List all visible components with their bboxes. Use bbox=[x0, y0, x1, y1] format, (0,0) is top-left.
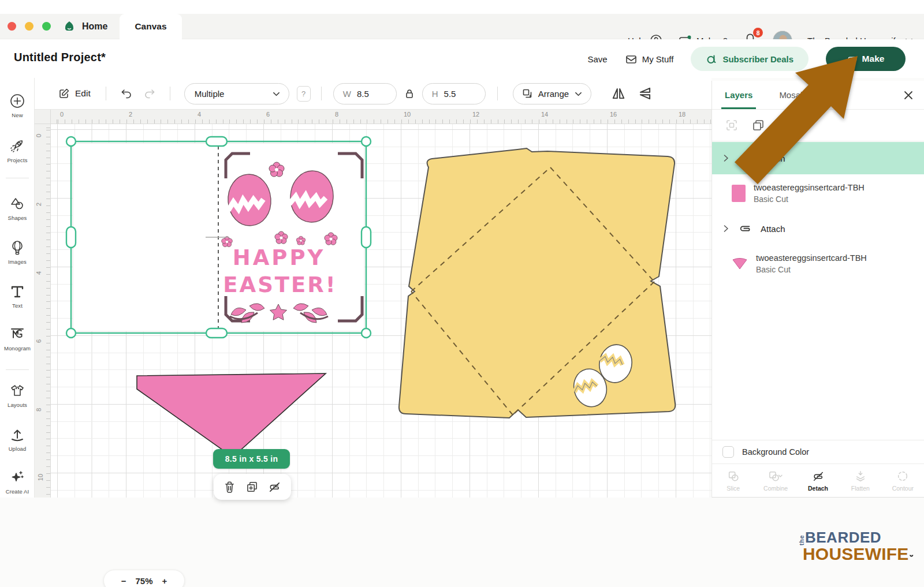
layer-item[interactable]: twoeastereggsinsertcard-TBH Basic Cut bbox=[712, 174, 924, 212]
save-label: Save bbox=[587, 54, 607, 64]
arrange-dropdown[interactable]: Arrange bbox=[513, 83, 591, 104]
duplicate-icon[interactable] bbox=[245, 480, 259, 493]
duplicate-icon[interactable] bbox=[751, 118, 765, 132]
home-tab-label: Home bbox=[82, 21, 107, 32]
sidebar-item-monogram[interactable]: Monogram bbox=[0, 326, 35, 352]
undo-icon[interactable] bbox=[119, 87, 134, 100]
redo-icon[interactable] bbox=[142, 87, 157, 100]
zoom-level: 75% bbox=[135, 576, 152, 586]
layer-item[interactable]: twoeastereggsinsertcard-TBH Basic Cut bbox=[712, 245, 924, 283]
layer-group-label: Attach bbox=[761, 154, 785, 163]
envelope-shape[interactable] bbox=[399, 148, 675, 418]
app-tab-bar: Home Canvas Help Maker 3 bbox=[0, 14, 924, 39]
contour-button[interactable]: Contour bbox=[882, 464, 924, 498]
close-panel-button[interactable] bbox=[901, 88, 916, 103]
background-color-checkbox[interactable] bbox=[722, 446, 734, 458]
detach-icon[interactable] bbox=[267, 480, 282, 493]
slice-button[interactable]: Slice bbox=[712, 464, 754, 498]
flatten-icon bbox=[854, 470, 867, 483]
flip-vertical-icon[interactable] bbox=[638, 86, 653, 101]
attach-paperclip-icon bbox=[739, 223, 752, 234]
width-field-label: W bbox=[343, 89, 351, 99]
pink-flap-shape[interactable] bbox=[137, 373, 326, 457]
design-canvas[interactable]: 0 2 4 6 8 10 12 14 16 18 0 2 4 6 8 10 bbox=[35, 110, 711, 498]
edit-button[interactable]: Edit bbox=[58, 87, 91, 100]
sidebar-item-shapes[interactable]: Shapes bbox=[0, 195, 35, 221]
selection-handle-s[interactable] bbox=[206, 328, 227, 338]
width-field-value: 8.5 bbox=[357, 89, 369, 99]
selection-type-value: Multiple bbox=[195, 89, 225, 99]
flip-horizontal-icon[interactable] bbox=[611, 86, 626, 101]
minimize-window-button[interactable] bbox=[25, 22, 33, 31]
chevron-down-icon bbox=[574, 89, 583, 98]
ruler-corner bbox=[35, 110, 51, 124]
chevron-right-icon[interactable] bbox=[721, 224, 731, 233]
chevron-right-icon[interactable] bbox=[721, 154, 731, 163]
ruler-label: 8 bbox=[35, 408, 42, 412]
shapes-icon bbox=[9, 195, 26, 212]
selection-handle-n[interactable] bbox=[206, 137, 227, 146]
combine-button[interactable]: Combine bbox=[754, 464, 796, 498]
selection-handle-se[interactable] bbox=[362, 328, 371, 338]
sidebar-item-text[interactable]: Text bbox=[0, 283, 35, 309]
ruler-label: 10 bbox=[404, 111, 411, 118]
selection-handle-sw[interactable] bbox=[66, 328, 76, 338]
selection-handle-e[interactable] bbox=[362, 227, 371, 248]
sidebar-item-upload[interactable]: Upload bbox=[0, 426, 35, 452]
ruler-label: 10 bbox=[37, 474, 44, 481]
sidebar-item-layouts[interactable]: Layouts bbox=[0, 382, 35, 408]
hint-badge-label: ? bbox=[301, 89, 305, 98]
make-button[interactable]: Make bbox=[826, 47, 906, 71]
layer-name: twoeastereggsinsertcard-TBH bbox=[754, 183, 865, 192]
sidebar-item-create-ai[interactable]: Create AI bbox=[0, 469, 35, 495]
layer-group-attach-1[interactable]: Attach bbox=[712, 142, 924, 174]
project-header: Untitled Project* Save My Stuff Subscrib… bbox=[0, 39, 924, 78]
close-window-button[interactable] bbox=[8, 22, 16, 31]
tab-canvas[interactable]: Canvas bbox=[120, 14, 182, 39]
tab-home[interactable]: Home bbox=[62, 14, 107, 39]
select-all-icon[interactable] bbox=[725, 118, 739, 132]
selection-handle-nw[interactable] bbox=[66, 137, 76, 146]
trash-icon[interactable] bbox=[778, 118, 792, 132]
layers-panel-tabs: Layers Mosaic bbox=[712, 81, 924, 110]
ruler-label: 6 bbox=[35, 339, 42, 343]
detach-button[interactable]: Detach bbox=[797, 464, 839, 498]
window-controls bbox=[8, 22, 51, 31]
background-color-row: Background Color bbox=[712, 440, 924, 463]
flatten-button[interactable]: Flatten bbox=[839, 464, 881, 498]
selection-handle-ne[interactable] bbox=[362, 137, 371, 146]
height-field[interactable]: H 5.5 bbox=[422, 83, 486, 104]
selection-handle-w[interactable] bbox=[66, 227, 76, 248]
horizontal-ruler: 0 2 4 6 8 10 12 14 16 18 bbox=[51, 110, 711, 124]
ruler-label: 8 bbox=[335, 111, 338, 118]
zoom-window-button[interactable] bbox=[42, 22, 51, 31]
panel-bottom-actions: Slice Combine Detach Flatten Contour bbox=[712, 463, 924, 498]
selection-size-tooltip: 8.5 in x 5.5 in bbox=[213, 449, 290, 469]
zoom-in-button[interactable]: + bbox=[162, 576, 167, 586]
width-field[interactable]: W 8.5 bbox=[333, 83, 397, 104]
sidebar-item-projects[interactable]: Projects bbox=[0, 137, 35, 163]
sparkle-icon bbox=[9, 469, 26, 486]
tab-secondary[interactable]: Mosaic bbox=[779, 90, 807, 100]
hint-badge[interactable]: ? bbox=[297, 86, 311, 102]
ruler-label: 0 bbox=[60, 111, 64, 118]
zoom-out-button[interactable]: − bbox=[121, 576, 126, 586]
my-stuff-icon bbox=[625, 53, 638, 65]
sidebar-item-images[interactable]: Images bbox=[0, 239, 35, 265]
ruler-label: 2 bbox=[129, 111, 132, 118]
save-button[interactable]: Save bbox=[587, 54, 607, 64]
layer-group-attach-2[interactable]: Attach bbox=[712, 212, 924, 245]
sidebar-item-new[interactable]: New bbox=[0, 92, 35, 118]
cricut-a-icon bbox=[706, 53, 717, 65]
height-field-value: 5.5 bbox=[444, 89, 456, 99]
my-stuff-button[interactable]: My Stuff bbox=[625, 53, 674, 65]
delete-icon[interactable] bbox=[223, 480, 236, 493]
left-sidebar: New Projects Shapes Images bbox=[0, 78, 35, 498]
tab-layers[interactable]: Layers bbox=[725, 90, 752, 100]
rocket-icon bbox=[9, 137, 26, 155]
beard-icon bbox=[910, 549, 914, 564]
selection-type-dropdown[interactable]: Multiple bbox=[184, 83, 289, 104]
subscriber-deals-button[interactable]: Subscriber Deals bbox=[691, 47, 808, 71]
text-icon bbox=[9, 283, 26, 300]
lock-icon[interactable] bbox=[404, 88, 415, 99]
